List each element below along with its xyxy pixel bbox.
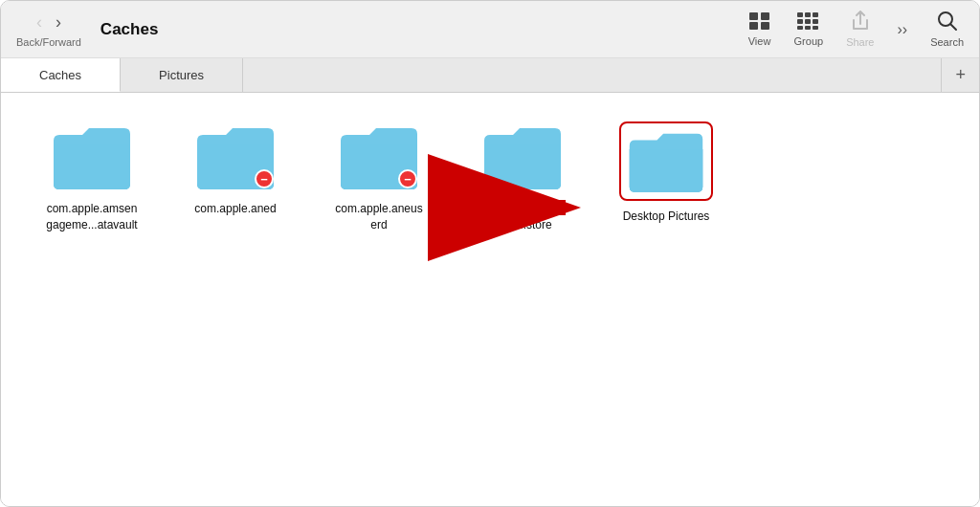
svg-rect-14 — [813, 26, 818, 30]
more-button[interactable]: ›› — [897, 22, 907, 37]
folder-label: com.apple.iconservices.store — [478, 201, 567, 233]
list-item[interactable]: com.apple.amsengageme...atavault — [39, 121, 145, 233]
share-button[interactable]: Share — [846, 11, 874, 48]
group-button[interactable]: Group — [794, 11, 824, 47]
list-item[interactable]: − com.apple.aneuserd — [326, 121, 432, 233]
view-button[interactable]: ⌃ ⌄ View — [748, 11, 771, 47]
nav-label: Back/Forward — [16, 36, 81, 48]
file-area: com.apple.amsengageme...atavault − com.a… — [1, 93, 979, 507]
svg-rect-12 — [797, 26, 803, 30]
svg-rect-7 — [805, 12, 811, 17]
view-icon: ⌃ ⌄ — [748, 11, 771, 33]
file-area-wrapper: com.apple.amsengageme...atavault − com.a… — [1, 93, 979, 507]
search-label: Search — [930, 36, 964, 48]
forward-button[interactable]: › — [51, 11, 66, 33]
svg-rect-9 — [797, 19, 803, 24]
page-title: Caches — [100, 20, 158, 39]
svg-rect-2 — [749, 22, 758, 30]
svg-rect-8 — [813, 12, 818, 17]
list-item[interactable]: Desktop Pictures — [613, 121, 719, 225]
more-icon: ›› — [897, 22, 907, 37]
toolbar-actions: ⌃ ⌄ View Group — [748, 11, 964, 48]
svg-rect-6 — [797, 12, 803, 17]
tabs-bar: Caches Pictures + — [1, 58, 979, 93]
nav-buttons: ‹ › Back/Forward — [16, 11, 81, 48]
svg-line-16 — [950, 24, 956, 30]
svg-rect-10 — [805, 19, 811, 24]
view-label: View — [748, 35, 771, 47]
svg-rect-13 — [805, 26, 811, 30]
folder-label: com.apple.aned — [194, 201, 276, 217]
folder-label: com.apple.amsengageme...atavault — [46, 201, 137, 233]
back-button[interactable]: ‹ — [32, 11, 47, 33]
folder-badge: − — [255, 169, 274, 188]
tab-pictures[interactable]: Pictures — [121, 58, 243, 92]
svg-rect-11 — [813, 19, 818, 24]
folder-icon — [49, 121, 135, 193]
group-icon — [796, 11, 821, 33]
folder-icon — [619, 121, 713, 201]
svg-rect-1 — [761, 12, 769, 20]
share-icon — [851, 11, 870, 34]
svg-text:⌄: ⌄ — [770, 20, 771, 29]
search-button[interactable]: Search — [930, 11, 964, 48]
folder-icon — [479, 121, 566, 193]
folder-label: com.apple.aneuserd — [335, 201, 422, 233]
folder-label: Desktop Pictures — [623, 209, 710, 225]
svg-rect-3 — [761, 22, 769, 30]
tab-caches[interactable]: Caches — [1, 58, 121, 92]
folder-icon: − — [336, 121, 422, 193]
folder-badge: − — [398, 169, 417, 188]
search-icon — [937, 11, 958, 34]
list-item[interactable]: − com.apple.aned — [183, 121, 288, 217]
tab-add-button[interactable]: + — [941, 58, 979, 92]
list-item[interactable]: com.apple.iconservices.store — [470, 121, 575, 233]
toolbar: ‹ › Back/Forward Caches ⌃ ⌄ View — [1, 1, 979, 58]
folder-icon: − — [192, 121, 278, 193]
svg-rect-0 — [749, 12, 758, 20]
group-label: Group — [794, 35, 824, 47]
share-label: Share — [846, 36, 874, 48]
